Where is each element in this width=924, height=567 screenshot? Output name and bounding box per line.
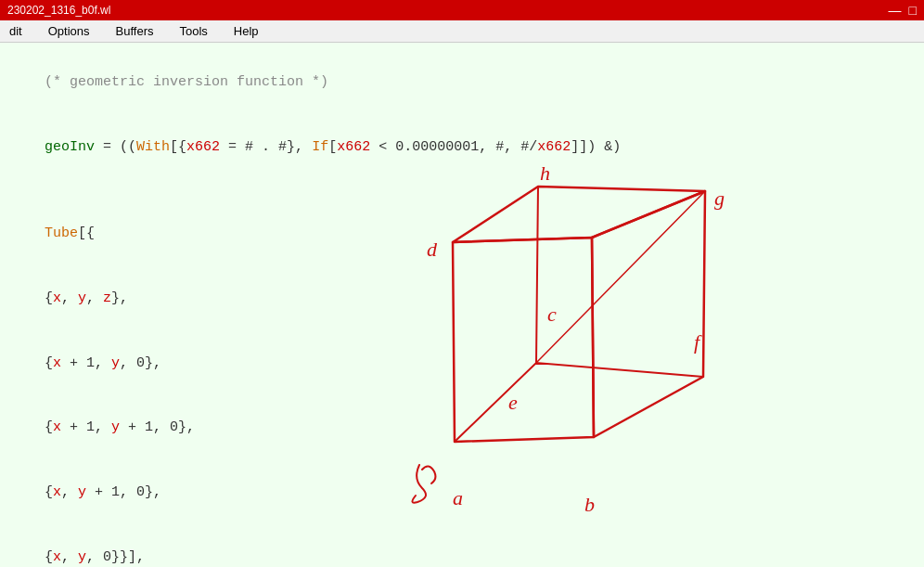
menu-help[interactable]: Help	[228, 22, 264, 40]
code-line-8: {x, y + 1, 0},	[11, 460, 913, 525]
code-line-3	[11, 180, 913, 201]
code-editor[interactable]: (* geometric inversion function *) geoIn…	[0, 43, 924, 567]
minimize-button[interactable]: —	[889, 3, 902, 18]
code-line-2: geoInv = ((With[{x662 = # . #}, If[x662 …	[11, 115, 913, 180]
code-line-5: {x, y, z},	[11, 266, 913, 331]
menu-tools[interactable]: Tools	[174, 22, 213, 40]
menu-buffers[interactable]: Buffers	[110, 22, 160, 40]
code-line-6: {x + 1, y, 0},	[11, 330, 913, 395]
code-line-7: {x + 1, y + 1, 0},	[11, 395, 913, 460]
window-controls[interactable]: — □	[889, 3, 917, 18]
code-line-1: (* geometric inversion function *)	[11, 50, 913, 115]
code-line-4: Tube[{	[11, 201, 913, 266]
menu-dit[interactable]: dit	[4, 22, 28, 40]
window-title: 230202_1316_b0f.wl	[7, 4, 889, 17]
code-line-9: {x, y, 0}}],	[11, 525, 913, 568]
menubar: dit Options Buffers Tools Help	[0, 20, 924, 43]
maximize-button[interactable]: □	[909, 3, 917, 18]
titlebar: 230202_1316_b0f.wl — □	[0, 0, 924, 20]
menu-options[interactable]: Options	[43, 22, 96, 40]
